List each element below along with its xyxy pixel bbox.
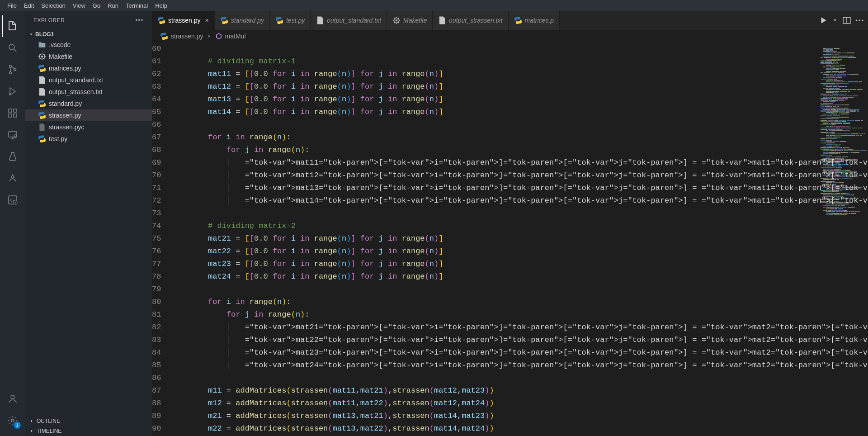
- makefile-icon: [38, 52, 46, 61]
- svg-point-19: [396, 19, 398, 22]
- sidebar-more-icon[interactable]: •••: [135, 17, 144, 24]
- remote-icon[interactable]: [2, 124, 24, 146]
- chevron-right-icon: [29, 428, 34, 434]
- svg-point-17: [41, 56, 43, 58]
- text-icon: [38, 76, 46, 84]
- svg-point-0: [9, 44, 14, 50]
- python-icon: [38, 100, 46, 108]
- source-control-icon[interactable]: [2, 59, 24, 81]
- sidebar-header: EXPLORER •••: [25, 11, 152, 30]
- sidebar: EXPLORER ••• BLOG1 .vscodeMakefilematric…: [25, 11, 152, 436]
- text-icon: [316, 16, 324, 24]
- references-icon[interactable]: [2, 167, 24, 189]
- file-label: .vscode: [49, 41, 71, 48]
- chevron-down-icon[interactable]: [832, 17, 838, 24]
- code-editor[interactable]: 6061626364656667686970717273747576777879…: [152, 43, 868, 436]
- code-content[interactable]: # dividing matrix-1 mat11 = [[0.0 for i …: [171, 43, 868, 436]
- test-icon[interactable]: [2, 146, 24, 167]
- file-label: standard.py: [49, 100, 82, 107]
- text-icon: [38, 88, 46, 96]
- outline-label: OUTLINE: [37, 418, 60, 424]
- tab-label: output_standard.txt: [327, 17, 381, 24]
- line-numbers: 6061626364656667686970717273747576777879…: [152, 43, 171, 436]
- tab-standard-py[interactable]: standard.py: [215, 11, 270, 30]
- tab-label: Makefile: [403, 17, 427, 24]
- cpp-icon[interactable]: C+: [2, 189, 24, 211]
- python-icon: [220, 16, 228, 24]
- menu-edit[interactable]: Edit: [20, 2, 38, 9]
- sidebar-title: EXPLORER: [33, 17, 65, 24]
- tab-label: strassen.py: [168, 17, 201, 24]
- svg-point-3: [14, 69, 16, 71]
- outline-section[interactable]: OUTLINE: [25, 416, 152, 426]
- svg-rect-8: [14, 109, 17, 112]
- menu-file[interactable]: File: [4, 2, 20, 9]
- file-strassen-py[interactable]: strassen.py: [25, 109, 152, 121]
- python-icon: [514, 16, 522, 24]
- chevron-right-icon: [29, 418, 34, 424]
- minimap[interactable]: [818, 48, 868, 216]
- close-icon[interactable]: ×: [205, 17, 209, 24]
- python-icon: [38, 135, 46, 143]
- file-label: output_standard.txt: [49, 76, 103, 84]
- python-icon: [157, 16, 165, 24]
- file-test-py[interactable]: test.py: [25, 133, 152, 145]
- python-icon: [160, 32, 168, 40]
- timeline-section[interactable]: TIMELINE: [25, 426, 152, 436]
- menu-view[interactable]: View: [69, 2, 89, 9]
- svg-point-14: [11, 395, 14, 399]
- binary-icon: [38, 123, 46, 131]
- extensions-icon[interactable]: [2, 102, 24, 124]
- account-icon[interactable]: [2, 388, 24, 410]
- tab-label: matrices.p: [525, 17, 554, 24]
- file-standard-py[interactable]: standard.py: [25, 98, 152, 109]
- tab-strassen-py[interactable]: strassen.py×: [152, 11, 215, 30]
- file-label: strassen.pyc: [49, 123, 85, 131]
- file-label: matrices.py: [49, 65, 81, 72]
- tab-test-py[interactable]: test.py: [270, 11, 311, 30]
- folder-icon: [38, 41, 46, 49]
- text-icon: [438, 16, 446, 24]
- more-icon[interactable]: •••: [855, 17, 864, 24]
- svg-point-1: [9, 66, 12, 68]
- run-debug-icon[interactable]: [2, 81, 24, 102]
- file-label: strassen.py: [49, 112, 81, 119]
- updates-badge: 1: [14, 422, 21, 429]
- search-icon[interactable]: [2, 37, 24, 59]
- tab-output_standard-txt[interactable]: output_standard.txt: [311, 11, 387, 30]
- tab-Makefile[interactable]: Makefile: [387, 11, 433, 30]
- file-label: test.py: [49, 135, 67, 142]
- file-explorer: BLOG1 .vscodeMakefilematrices.pyoutput_s…: [25, 30, 152, 416]
- svg-rect-5: [9, 109, 12, 112]
- menu-selection[interactable]: Selection: [38, 2, 69, 9]
- svg-point-2: [9, 72, 12, 74]
- file-label: output_strassen.txt: [49, 88, 102, 95]
- breadcrumb-file[interactable]: strassen.py: [171, 33, 203, 40]
- tab-label: standard.py: [231, 17, 264, 24]
- run-icon[interactable]: [819, 16, 827, 24]
- timeline-label: TIMELINE: [37, 428, 61, 434]
- files-icon[interactable]: [2, 15, 24, 37]
- breadcrumbs[interactable]: strassen.py matMul: [152, 30, 868, 43]
- split-editor-icon[interactable]: [843, 16, 851, 24]
- breadcrumb-symbol[interactable]: matMul: [225, 33, 246, 40]
- file-output_strassen-txt[interactable]: output_strassen.txt: [25, 86, 152, 98]
- menu-terminal[interactable]: Terminal: [122, 2, 151, 9]
- python-icon: [275, 16, 283, 24]
- file-Makefile[interactable]: Makefile: [25, 51, 152, 62]
- svg-point-15: [11, 419, 14, 422]
- file-strassen-pyc[interactable]: strassen.pyc: [25, 121, 152, 133]
- file--vscode[interactable]: .vscode: [25, 39, 152, 51]
- menu-help[interactable]: Help: [151, 2, 171, 9]
- folder-root[interactable]: BLOG1: [25, 30, 152, 39]
- menu-go[interactable]: Go: [89, 2, 104, 9]
- gear-icon[interactable]: 1: [2, 410, 24, 431]
- tab-matrices-p[interactable]: matrices.p: [509, 11, 560, 30]
- tab-output_strassen-txt[interactable]: output_strassen.txt: [433, 11, 508, 30]
- menu-run[interactable]: Run: [104, 2, 122, 9]
- python-icon: [38, 64, 46, 72]
- chevron-right-icon: [206, 33, 212, 39]
- python-icon: [38, 111, 46, 119]
- file-output_standard-txt[interactable]: output_standard.txt: [25, 74, 152, 86]
- file-matrices-py[interactable]: matrices.py: [25, 62, 152, 74]
